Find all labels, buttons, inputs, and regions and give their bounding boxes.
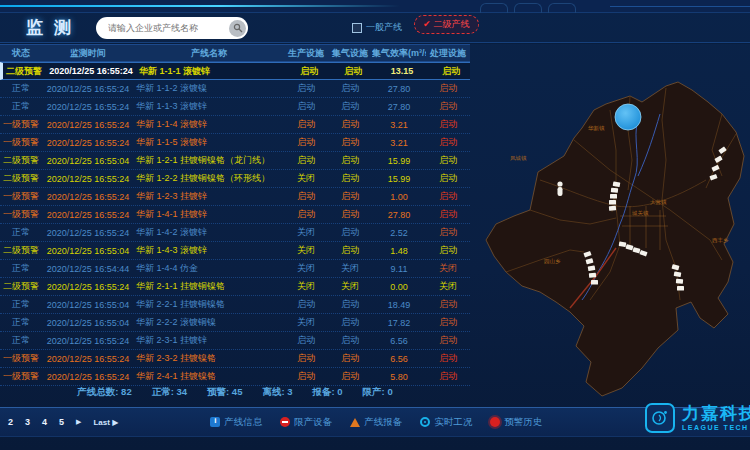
next-page-button[interactable]: ▶: [76, 418, 81, 426]
table-row[interactable]: 正常2020/12/25 16:55:04华新 2-2-1 挂镀铜镍铬启动启动1…: [0, 296, 470, 314]
alert-location-marker[interactable]: [615, 104, 641, 130]
page-button[interactable]: 4: [42, 417, 47, 427]
cell-production: 关闭: [284, 262, 328, 275]
summary-item: 限产: 0: [363, 386, 393, 399]
column-header: 状态: [0, 47, 42, 60]
table-row[interactable]: 正常2020/12/25 16:54:44华新 1-4-4 仿金关闭关闭9.11…: [0, 260, 470, 278]
cell-status: 二级预警: [3, 65, 45, 78]
cell-gas: 启动: [328, 154, 372, 167]
table-row[interactable]: 二级预警2020/12/25 16:55:24华新 1-2-2 挂镀铜镍铬（环形…: [0, 170, 470, 188]
toolbar-button-history[interactable]: 预警历史: [490, 416, 542, 429]
checkbox-label: 一般产线: [366, 21, 402, 34]
summary-bar: 产线总数: 82正常: 34预警: 45离线: 3报备: 0限产: 0: [0, 386, 470, 399]
table-row[interactable]: 正常2020/12/25 16:55:24华新 1-1-2 滚镀镍启动启动27.…: [0, 80, 470, 98]
person-marker-icon[interactable]: [557, 181, 562, 196]
cell-production: 启动: [284, 118, 328, 131]
table-row[interactable]: 二级预警2020/12/25 16:55:24华新 2-1-1 挂镀铜镍铬关闭关…: [0, 278, 470, 296]
page-button[interactable]: 5: [59, 417, 64, 427]
cell-gas: 启动: [328, 298, 372, 311]
cell-efficiency: 9.11: [372, 264, 426, 274]
cell-efficiency: 15.99: [372, 156, 426, 166]
road-sign-icon[interactable]: [609, 200, 616, 205]
table-row[interactable]: 二级预警2020/12/25 16:55:04华新 1-2-1 挂镀铜镍铬（龙门…: [0, 152, 470, 170]
general-line-filter[interactable]: 一般产线: [352, 21, 402, 34]
toolbar-button-report[interactable]: 产线报备: [350, 416, 402, 429]
road-sign-icon[interactable]: [591, 280, 598, 285]
cell-efficiency: 3.21: [372, 138, 426, 148]
road-sign-icon[interactable]: [676, 279, 683, 284]
summary-item: 正常: 34: [152, 386, 187, 399]
table-row[interactable]: 一级预警2020/12/25 16:55:24华新 1-1-4 滚镀锌启动启动3…: [0, 116, 470, 134]
search-input[interactable]: [106, 22, 229, 34]
pagination-pages-host: 2345: [8, 417, 64, 427]
city-map[interactable]: 华新镇凤城镇城关镇园山乡西丰乡大营镇: [470, 10, 750, 402]
page-button[interactable]: 3: [25, 417, 30, 427]
cell-treatment: 启动: [426, 208, 470, 221]
cell-efficiency: 27.80: [372, 210, 426, 220]
cell-name: 华新 2-2-2 滚镀铜镍: [134, 316, 284, 329]
table-row[interactable]: 一级预警2020/12/25 16:55:24华新 1-1-5 滚镀锌启动启动3…: [0, 134, 470, 152]
cell-status: 正常: [0, 262, 42, 275]
table-row[interactable]: 正常2020/12/25 16:55:04华新 2-2-2 滚镀铜镍关闭启动17…: [0, 314, 470, 332]
cell-status: 一级预警: [0, 208, 42, 221]
road-sign-icon[interactable]: [677, 286, 684, 291]
table-row[interactable]: 一级预警2020/12/25 16:55:24华新 1-2-3 挂镀锌启动启动1…: [0, 188, 470, 206]
page-button[interactable]: 2: [8, 417, 13, 427]
cell-time: 2020/12/25 16:55:24: [42, 102, 134, 112]
cell-time: 2020/12/25 16:55:24: [42, 210, 134, 220]
table-row[interactable]: 正常2020/12/25 16:55:24华新 1-1-3 滚镀锌启动启动27.…: [0, 98, 470, 116]
last-page-button[interactable]: Last ▶: [93, 418, 118, 427]
cell-time: 2020/12/25 16:55:24: [42, 84, 134, 94]
cell-name: 华新 1-2-3 挂镀锌: [134, 190, 284, 203]
cell-gas: 启动: [328, 226, 372, 239]
cell-production: 启动: [284, 154, 328, 167]
table-row[interactable]: 一级预警2020/12/25 16:55:24华新 2-4-1 挂镀镍铬启动启动…: [0, 368, 470, 386]
cell-name: 华新 1-2-1 挂镀铜镍铬（龙门线）: [134, 154, 284, 167]
cell-gas: 启动: [328, 208, 372, 221]
toolbar-button-realtime[interactable]: 实时工况: [420, 416, 472, 429]
cell-time: 2020/12/25 16:55:24: [42, 228, 134, 238]
cell-efficiency: 3.21: [372, 120, 426, 130]
cell-time: 2020/12/25 16:55:24: [42, 192, 134, 202]
toolbar-button-info[interactable]: 产线信息: [210, 416, 262, 429]
table-row[interactable]: 二级预警2020/12/25 16:55:04华新 1-4-3 滚镀锌关闭启动1…: [0, 242, 470, 260]
map-place-label: 园山乡: [544, 258, 561, 265]
cell-treatment: 关闭: [426, 262, 470, 275]
search-button[interactable]: [229, 20, 246, 37]
cell-name: 华新 1-2-2 挂镀铜镍铬（环形线）: [134, 172, 284, 185]
checkbox-icon[interactable]: [352, 23, 362, 33]
table-head: 状态监测时间产线名称生产设施集气设施集气效率(m³/s)处理设施: [0, 44, 470, 62]
toolbar-button-label: 限产设备: [294, 416, 332, 429]
report-icon: [350, 418, 360, 427]
cell-efficiency: 15.99: [372, 174, 426, 184]
road-sign-icon[interactable]: [609, 206, 616, 211]
cell-efficiency: 6.56: [372, 336, 426, 346]
cell-time: 2020/12/25 16:54:44: [42, 264, 134, 274]
cell-production: 关闭: [284, 280, 328, 293]
road-sign-icon[interactable]: [611, 188, 618, 193]
cell-name: 华新 2-3-2 挂镀镍铬: [134, 352, 284, 365]
cell-treatment: 启动: [426, 370, 470, 383]
limit-icon: [280, 417, 290, 427]
road-sign-icon[interactable]: [610, 194, 617, 199]
table-row[interactable]: 一级预警2020/12/25 16:55:24华新 1-4-1 挂镀锌启动启动2…: [0, 206, 470, 224]
summary-item: 离线: 3: [262, 386, 292, 399]
cell-production: 启动: [284, 334, 328, 347]
cell-status: 二级预警: [0, 244, 42, 257]
road-sign-icon[interactable]: [589, 273, 596, 278]
toolbar-button-label: 产线信息: [224, 416, 262, 429]
cell-production: 启动: [287, 65, 331, 78]
logo-cn-text: 力嘉科技: [682, 405, 750, 422]
table-row[interactable]: 二级预警2020/12/25 16:55:24华新 1-1-1 滚镀锌启动启动1…: [0, 62, 470, 80]
table-row[interactable]: 正常2020/12/25 16:55:24华新 1-4-2 滚镀锌关闭启动2.5…: [0, 224, 470, 242]
alert-line-button[interactable]: ✔ 二级产线: [414, 15, 479, 34]
table-row[interactable]: 正常2020/12/25 16:55:24华新 2-3-1 挂镀锌启动启动6.5…: [0, 332, 470, 350]
cell-production: 启动: [284, 100, 328, 113]
cell-status: 正常: [0, 298, 42, 311]
cell-treatment: 启动: [426, 316, 470, 329]
history-icon: [490, 417, 500, 427]
table-row[interactable]: 一级预警2020/12/25 16:55:24华新 2-3-2 挂镀镍铬启动启动…: [0, 350, 470, 368]
toolbar-button-limit[interactable]: 限产设备: [280, 416, 332, 429]
cell-status: 正常: [0, 334, 42, 347]
cell-time: 2020/12/25 16:55:24: [42, 336, 134, 346]
